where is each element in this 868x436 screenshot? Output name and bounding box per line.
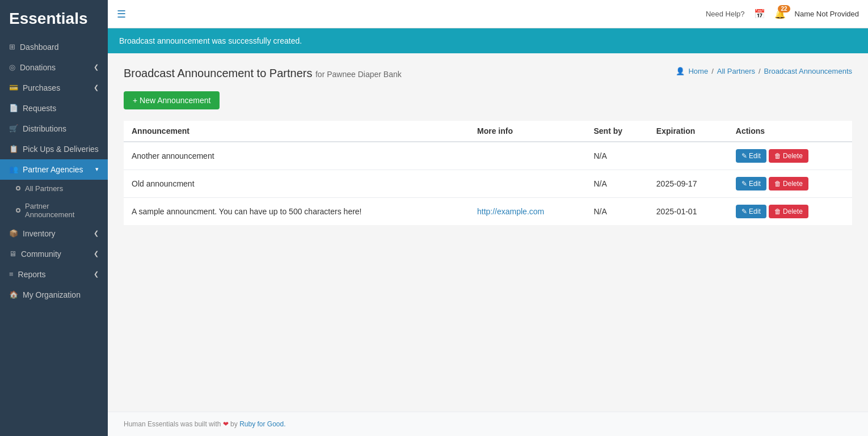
sidebar-item-purchases[interactable]: 💳 Purchases ❮	[0, 78, 108, 98]
cell-sent-by: N/A	[585, 142, 648, 170]
notification-badge[interactable]: 🔔 22	[774, 9, 786, 19]
edit-button[interactable]: ✎ Edit	[736, 149, 766, 163]
edit-button[interactable]: ✎ Edit	[736, 177, 766, 191]
new-announcement-button[interactable]: + New Announcement	[124, 91, 220, 109]
page-title: Broadcast Announcement to Partners for P…	[124, 67, 402, 80]
sidebar-subitem-label: All Partners	[25, 184, 63, 193]
sidebar-item-community[interactable]: 🖥 Community ❮	[0, 244, 108, 264]
inventory-icon: 📦	[9, 229, 18, 238]
sidebar-item-label: Dashboard	[20, 43, 59, 52]
dot-icon	[16, 208, 20, 213]
sidebar-item-dashboard[interactable]: ⊞ Dashboard	[0, 37, 108, 57]
table-row: A sample announcment. You can have up to…	[124, 198, 852, 226]
sidebar-item-requests[interactable]: 📄 Requests	[0, 98, 108, 118]
breadcrumb-sep1: /	[711, 67, 714, 75]
cell-sent-by: N/A	[585, 198, 648, 226]
organization-icon: 🏠	[9, 290, 18, 299]
edit-button[interactable]: ✎ Edit	[736, 205, 766, 218]
cell-actions: ✎ Edit🗑 Delete	[728, 142, 852, 170]
sidebar-item-my-organization[interactable]: 🏠 My Organization	[0, 285, 108, 305]
cell-more-info	[469, 142, 585, 170]
topnav-right: Need Help? 📅 🔔 22 Name Not Provided	[706, 9, 859, 19]
breadcrumb: 👤 Home / All Partners / Broadcast Announ…	[676, 67, 852, 75]
sidebar: Essentials ⊞ Dashboard ◎ Donations ❮ 💳 P…	[0, 0, 108, 436]
delete-button[interactable]: 🗑 Delete	[769, 205, 808, 218]
cell-sent-by: N/A	[585, 170, 648, 198]
col-announcement: Announcement	[124, 121, 469, 142]
notification-count: 22	[778, 5, 790, 12]
requests-icon: 📄	[9, 104, 18, 112]
footer-text: Human Essentials was built with ❤ by Rub…	[124, 420, 286, 428]
topnav: ☰ Need Help? 📅 🔔 22 Name Not Provided	[108, 0, 868, 28]
sidebar-item-label: Purchases	[23, 83, 60, 92]
delete-button[interactable]: 🗑 Delete	[769, 149, 808, 163]
col-sent-by: Sent by	[585, 121, 648, 142]
cell-more-info: http://example.com	[469, 198, 585, 226]
sidebar-item-label: Partner Agencies	[23, 165, 83, 174]
reports-icon: ≡	[9, 270, 14, 278]
table-row: Another announcementN/A✎ Edit🗑 Delete	[124, 142, 852, 170]
chevron-icon: ❮	[94, 270, 99, 278]
purchases-icon: 💳	[9, 83, 18, 92]
chevron-icon: ❮	[94, 64, 99, 71]
sidebar-item-reports[interactable]: ≡ Reports ❮	[0, 264, 108, 285]
breadcrumb-current: Broadcast Announcements	[764, 67, 852, 75]
breadcrumb-home-link[interactable]: Home	[688, 67, 708, 75]
pickups-icon: 📋	[9, 145, 18, 153]
sidebar-item-label: Inventory	[23, 229, 56, 238]
cell-expiration: 2025-01-01	[648, 198, 728, 226]
donations-icon: ◎	[9, 63, 15, 71]
page-header: Broadcast Announcement to Partners for P…	[124, 67, 852, 80]
main-area: ☰ Need Help? 📅 🔔 22 Name Not Provided Br…	[108, 0, 868, 436]
sidebar-item-label: Donations	[20, 63, 56, 72]
table-header-row: Announcement More info Sent by Expiratio…	[124, 121, 852, 142]
chevron-icon: ❮	[94, 230, 99, 237]
cell-announcement: Another announcement	[124, 142, 469, 170]
table-row: Old announcmentN/A2025-09-17✎ Edit🗑 Dele…	[124, 170, 852, 198]
help-link[interactable]: Need Help?	[706, 10, 745, 18]
success-message: Broadcast announcement was successfully …	[119, 36, 302, 45]
breadcrumb-all-partners-link[interactable]: All Partners	[717, 67, 755, 75]
sidebar-item-inventory[interactable]: 📦 Inventory ❮	[0, 223, 108, 244]
sidebar-subitem-label: Partner Announcement	[25, 202, 99, 219]
sidebar-item-label: Distributions	[23, 124, 66, 133]
footer: Human Essentials was built with ❤ by Rub…	[108, 412, 868, 436]
hamburger-icon[interactable]: ☰	[117, 8, 126, 20]
delete-button[interactable]: 🗑 Delete	[769, 177, 808, 191]
topnav-left: ☰	[117, 8, 126, 20]
page-body: Broadcast Announcement to Partners for P…	[108, 53, 868, 412]
content-area: Broadcast announcement was successfully …	[108, 28, 868, 436]
sidebar-item-label: Reports	[18, 270, 46, 279]
sidebar-item-label: Requests	[23, 104, 56, 113]
app-logo: Essentials	[0, 0, 108, 37]
announcements-table: Announcement More info Sent by Expiratio…	[124, 121, 852, 225]
cell-announcement: A sample announcment. You can have up to…	[124, 198, 469, 226]
dashboard-icon: ⊞	[9, 43, 15, 51]
cell-more-info	[469, 170, 585, 198]
cell-expiration	[648, 142, 728, 170]
sidebar-item-pickups[interactable]: 📋 Pick Ups & Deliveries	[0, 139, 108, 159]
success-banner: Broadcast announcement was successfully …	[108, 28, 868, 53]
calendar-icon[interactable]: 📅	[754, 9, 765, 19]
sidebar-item-distributions[interactable]: 🛒 Distributions	[0, 118, 108, 139]
ruby-for-good-link[interactable]: Ruby for Good.	[239, 420, 285, 428]
col-more-info: More info	[469, 121, 585, 142]
distributions-icon: 🛒	[9, 124, 18, 133]
chevron-down-icon: ▾	[95, 166, 99, 173]
breadcrumb-sep2: /	[759, 67, 761, 75]
user-name: Name Not Provided	[795, 10, 859, 18]
chevron-icon: ❮	[94, 250, 99, 257]
cell-actions: ✎ Edit🗑 Delete	[728, 170, 852, 198]
more-info-link[interactable]: http://example.com	[477, 207, 544, 216]
sidebar-subitem-all-partners[interactable]: All Partners	[0, 180, 108, 197]
sidebar-item-donations[interactable]: ◎ Donations ❮	[0, 57, 108, 78]
cell-announcement: Old announcment	[124, 170, 469, 198]
breadcrumb-home-icon: 👤	[676, 67, 685, 75]
chevron-icon: ❮	[94, 84, 99, 91]
community-icon: 🖥	[9, 249, 16, 258]
table-body: Another announcementN/A✎ Edit🗑 DeleteOld…	[124, 142, 852, 225]
sidebar-subitem-partner-announcement[interactable]: Partner Announcement	[0, 197, 108, 223]
sidebar-item-partner-agencies[interactable]: 👥 Partner Agencies ▾	[0, 159, 108, 180]
partner-agencies-icon: 👥	[9, 165, 18, 173]
heart-icon: ❤	[223, 420, 230, 428]
